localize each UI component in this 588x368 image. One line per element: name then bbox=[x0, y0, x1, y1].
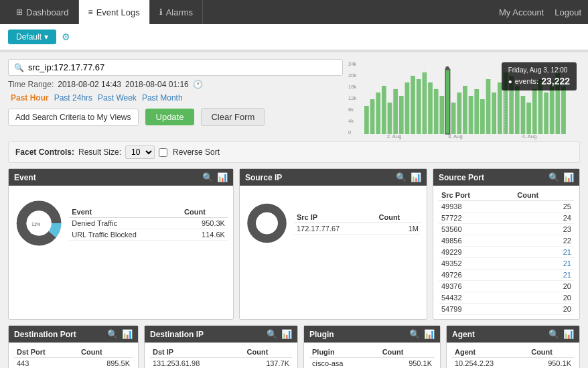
source-ip-donut-chart: 100% bbox=[245, 190, 289, 257]
time-link-past-month[interactable]: Past Month bbox=[142, 93, 183, 103]
svg-rect-12 bbox=[393, 89, 398, 134]
gear-icon[interactable]: ⚙ bbox=[62, 32, 70, 42]
dst-port-panel: Destination Port 🔍 📊 Dst Port Count 443 … bbox=[8, 325, 139, 368]
chart-icon-plugin[interactable]: 📊 bbox=[424, 329, 435, 339]
dstip-col-count: Count bbox=[244, 347, 292, 358]
nav-tab-label-dashboard: Dashboard bbox=[26, 7, 69, 17]
svg-rect-42 bbox=[561, 86, 566, 134]
dstip-col-ip: Dst IP bbox=[150, 347, 244, 358]
svg-rect-31 bbox=[498, 82, 502, 134]
svg-text:3. Aug: 3. Aug bbox=[448, 133, 463, 139]
time-range-label: Time Range: bbox=[8, 80, 54, 89]
add-criteria-button[interactable]: Add Search Criteria to My Views bbox=[8, 109, 139, 126]
facet-controls-label: Facet Controls: bbox=[15, 147, 74, 157]
srcip-row-0-name: 172.17.77.67 bbox=[294, 223, 376, 235]
nav-tab-eventlogs[interactable]: ≡ Event Logs bbox=[79, 0, 150, 24]
agent-panel-title: Agent bbox=[452, 330, 475, 339]
chart-panel: 24k 20k 16k 12k 8k 4k 0 bbox=[348, 59, 580, 141]
source-port-panel-header: Source Port 🔍 📊 bbox=[433, 169, 579, 186]
default-button[interactable]: Default ▾ bbox=[8, 29, 56, 44]
dstport-col-count: Count bbox=[78, 347, 133, 358]
svg-text:11%: 11% bbox=[31, 222, 40, 227]
srcip-col-count: Count bbox=[376, 212, 422, 223]
chart-icon-agent[interactable]: 📊 bbox=[563, 329, 574, 339]
svg-rect-29 bbox=[486, 79, 491, 134]
time-link-past-week[interactable]: Past Week bbox=[98, 93, 137, 103]
plugin-table: Plugin Count cisco-asa950.1K iboss114.5K bbox=[309, 347, 435, 368]
dstport-col-port: Dst Port bbox=[14, 347, 78, 358]
plugin-col-plugin: Plugin bbox=[309, 347, 380, 358]
table-row: 5443220 bbox=[439, 292, 574, 304]
dropdown-arrow-icon: ▾ bbox=[44, 32, 48, 42]
svg-text:4. Aug: 4. Aug bbox=[522, 133, 537, 139]
svg-rect-16 bbox=[417, 79, 421, 134]
svg-rect-32 bbox=[504, 72, 508, 134]
search-icon-dstport[interactable]: 🔍 bbox=[107, 329, 118, 339]
time-link-past-hour[interactable]: Past Hour bbox=[11, 93, 49, 103]
source-port-panel: Source Port 🔍 📊 Src Port Count 4993825 5… bbox=[433, 168, 580, 320]
srcport-col-count: Count bbox=[514, 190, 574, 201]
search-icon-event[interactable]: 🔍 bbox=[202, 172, 213, 182]
svg-rect-26 bbox=[469, 96, 473, 134]
svg-rect-11 bbox=[388, 103, 392, 134]
plugin-panel: Plugin 🔍 📊 Plugin Count cisco-asa950.1K … bbox=[303, 325, 441, 368]
search-icon-srcip[interactable]: 🔍 bbox=[396, 172, 407, 182]
table-row: 4993825 bbox=[439, 201, 574, 212]
event-table: Event Count Denied Traffic 950.3K URL Tr… bbox=[69, 206, 228, 241]
search-icon-srcport[interactable]: 🔍 bbox=[548, 172, 559, 182]
source-port-panel-body: Src Port Count 4993825 5772224 5356023 4… bbox=[433, 186, 579, 319]
chart-icon-event[interactable]: 📊 bbox=[217, 172, 228, 182]
update-button[interactable]: Update bbox=[145, 109, 195, 125]
clear-form-button[interactable]: Clear Form bbox=[201, 108, 265, 126]
time-start: 2018-08-02 14:43 bbox=[58, 80, 121, 89]
event-col-count: Count bbox=[181, 206, 228, 218]
event-donut-container: 11% 89% Event Count Denied Traffic 950.3… bbox=[14, 190, 228, 257]
dst-port-panel-header: Destination Port 🔍 📊 bbox=[9, 326, 138, 343]
nav-tab-alarms[interactable]: ℹ Alarms bbox=[150, 0, 203, 24]
event-row-0-name: Denied Traffic bbox=[69, 217, 181, 229]
sub-nav: Default ▾ ⚙ bbox=[0, 24, 588, 50]
event-row-0-count: 950.3K bbox=[181, 217, 228, 229]
search-icon-agent[interactable]: 🔍 bbox=[548, 329, 559, 339]
svg-rect-10 bbox=[382, 86, 386, 134]
reverse-sort-checkbox[interactable] bbox=[159, 148, 167, 157]
dst-ip-panel-icons: 🔍 📊 bbox=[267, 329, 292, 339]
table-row: 4937620 bbox=[439, 281, 574, 292]
event-panel-body: 11% 89% Event Count Denied Traffic 950.3… bbox=[9, 186, 233, 261]
chart-icon-srcport[interactable]: 📊 bbox=[563, 172, 574, 182]
svg-rect-23 bbox=[451, 103, 456, 134]
result-size-select[interactable]: 10 25 50 bbox=[125, 145, 155, 159]
svg-text:20k: 20k bbox=[348, 72, 356, 78]
svg-rect-36 bbox=[526, 103, 531, 134]
table-row: URL Traffic Blocked 114.6K bbox=[69, 229, 228, 240]
agent-panel-body: Agent Count 10.254.2.23950.1K 172.30.35.… bbox=[447, 343, 579, 368]
time-end: 2018-08-04 01:16 bbox=[125, 80, 189, 89]
agent-col-agent: Agent bbox=[452, 347, 528, 358]
search-icon-dstip[interactable]: 🔍 bbox=[267, 329, 277, 339]
srcip-row-0-count: 1M bbox=[376, 223, 422, 235]
table-row: 4972621 bbox=[439, 269, 574, 281]
svg-rect-25 bbox=[463, 86, 467, 134]
search-icon-plugin[interactable]: 🔍 bbox=[409, 329, 420, 339]
event-chart: 24k 20k 16k 12k 8k 4k 0 bbox=[348, 59, 580, 139]
chart-icon-dstport[interactable]: 📊 bbox=[122, 329, 133, 339]
nav-tab-dashboard[interactable]: ⊞ Dashboard bbox=[7, 0, 79, 24]
event-row-1-count: 114.6K bbox=[181, 229, 228, 240]
search-input[interactable] bbox=[28, 62, 337, 72]
main-content: 🔍 Time Range: 2018-08-02 14:43 2018-08-0… bbox=[0, 52, 588, 368]
top-nav: ⊞ Dashboard ≡ Event Logs ℹ Alarms My Acc… bbox=[0, 0, 588, 24]
agent-panel: Agent 🔍 📊 Agent Count 10.254.2.23950.1K … bbox=[446, 325, 580, 368]
chart-icon-dstip[interactable]: 📊 bbox=[281, 329, 292, 339]
table-row: 4922921 bbox=[439, 247, 574, 258]
logout-link[interactable]: Logout bbox=[555, 7, 581, 17]
chart-icon-srcip[interactable]: 📊 bbox=[411, 172, 421, 182]
svg-text:0: 0 bbox=[348, 129, 352, 135]
event-panel-title: Event bbox=[14, 173, 36, 182]
alarms-icon: ℹ bbox=[159, 7, 163, 17]
svg-rect-37 bbox=[532, 89, 537, 134]
time-link-past-24hrs[interactable]: Past 24hrs bbox=[54, 93, 92, 103]
dst-port-panel-title: Destination Port bbox=[14, 330, 76, 339]
my-account-link[interactable]: My Account bbox=[499, 7, 544, 17]
svg-rect-13 bbox=[399, 96, 404, 134]
svg-text:8k: 8k bbox=[348, 107, 354, 113]
